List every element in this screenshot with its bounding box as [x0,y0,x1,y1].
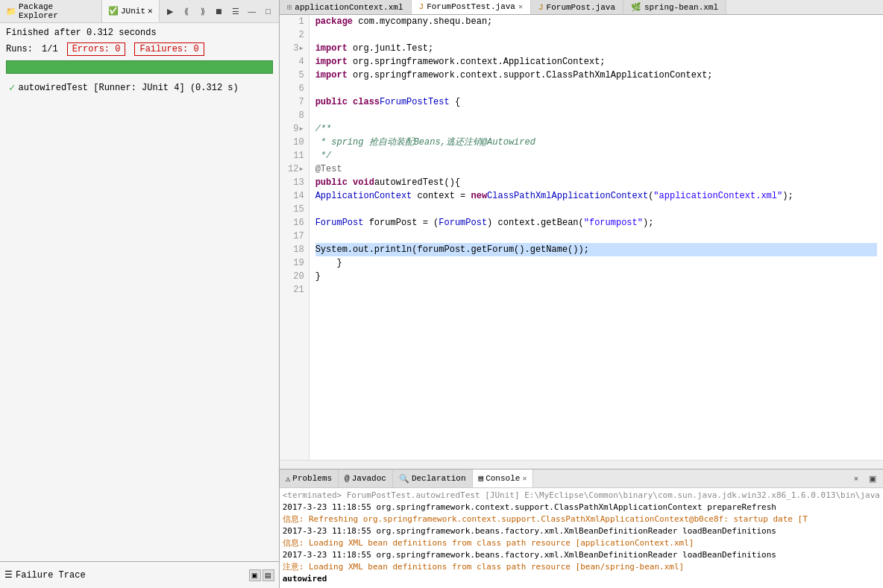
code-line-4: import org.springframework.context.Appli… [315,55,877,69]
spring-icon: 🌿 [631,2,641,12]
toolbar-btn-4[interactable]: ⏹ [212,4,227,19]
progress-bar [6,60,273,74]
code-line-6 [315,82,877,95]
code-editor[interactable]: 1 2 3▸ 4 5 6 7 8 9▸ 10 11 12▸ 13 14 [280,15,883,469]
tab-spring-bean[interactable]: 🌿 spring-bean.xml [623,0,726,14]
editor-tabs: ⊞ applicationContext.xml J ForumPostTest… [280,0,883,15]
tab-label-forumpost: ForumPost.java [547,3,615,12]
ln-13: 13 [284,176,304,189]
tab-problems-label: Problems [292,474,332,483]
left-spacer [0,100,279,561]
code-line-15 [315,203,877,216]
tab-javadoc[interactable]: @ Javadoc [339,470,393,487]
ln-5: 5 [284,69,304,82]
test-result-item: ✓ autowiredTest [Runner: JUnit 4] (0.312… [6,80,273,95]
ln-10: 10 [284,136,304,149]
ln-4: 4 [284,55,304,69]
console-line-5: 2017-3-23 11:18:55 org.springframework.b… [283,549,880,561]
ln-7: 7 [284,95,304,109]
code-content: 1 2 3▸ 4 5 6 7 8 9▸ 10 11 12▸ 13 14 [280,15,883,460]
code-line-12: @Test [315,162,877,176]
maximize-btn[interactable]: □ [261,4,276,19]
tab-package-explorer[interactable]: 📁 Package Explorer [0,0,102,22]
toolbar-btn-1[interactable]: ▶ [163,4,177,19]
code-line-13: public void autowiredTest(){ [315,176,877,189]
toolbar-btn-3[interactable]: ⟫ [195,4,210,19]
java-icon-1: J [419,2,424,11]
code-line-21 [315,283,877,297]
problems-icon: ⚠ [286,474,291,484]
trace-icon-btn-1[interactable]: ▣ [249,569,261,581]
tab-declaration-label: Declaration [412,474,466,483]
tab-console-label: Console [486,474,520,483]
ln-19: 19 [284,256,304,270]
code-line-3: import org.junit.Test; [315,42,877,55]
ln-8: 8 [284,109,304,122]
tab-console[interactable]: ▤ Console ✕ [473,470,534,487]
console-output-line: autowired [283,573,880,585]
errors-label: Errors: [72,44,110,54]
ln-6: 6 [284,82,304,95]
failure-trace-menu-icon: ☰ [4,569,13,581]
console-toolbar-btn-1[interactable]: × [849,471,864,486]
console-toolbar-btn-2[interactable]: ▣ [865,471,880,486]
horizontal-scrollbar[interactable] [280,460,883,469]
code-line-19: } [315,256,877,270]
ln-9: 9▸ [284,122,304,136]
code-line-9: /** [315,122,877,136]
junit-tab-close[interactable]: ✕ [148,6,153,16]
toolbar-btn-5[interactable]: ☰ [228,4,243,19]
junit-status: Finished after 0.312 seconds [6,28,273,38]
xml-icon-1: ⊞ [287,2,292,12]
ln-12: 12▸ [284,162,304,176]
runs-label: Runs: [6,44,33,54]
code-line-8 [315,109,877,122]
ln-1: 1 [284,15,304,28]
code-line-17 [315,230,877,243]
tab-forum-post-test[interactable]: J ForumPostTest.java ✕ [412,0,531,14]
bottom-panel: ⚠ Problems @ Javadoc 🔍 Declaration ▤ Con… [280,469,883,588]
code-line-7: public class ForumPostTest { [315,95,877,109]
console-icon: ▤ [479,473,484,483]
java-icon-2: J [538,3,544,12]
test-pass-icon: ✓ [9,81,15,94]
declaration-icon: 🔍 [399,474,409,484]
tab-forum-post[interactable]: J ForumPost.java [531,0,623,14]
failure-trace-label: Failure Trace [16,570,86,581]
ln-14: 14 [284,189,304,203]
right-panel: ⊞ applicationContext.xml J ForumPostTest… [280,0,883,588]
console-line-6: 注意: Loading XML bean definitions from cl… [283,561,880,573]
tab-close-forumposttest[interactable]: ✕ [518,2,523,11]
tab-application-context[interactable]: ⊞ applicationContext.xml [280,0,412,14]
code-line-1: package com.mycompany.shequ.bean; [315,15,877,28]
bottom-tabs: ⚠ Problems @ Javadoc 🔍 Declaration ▤ Con… [280,470,883,488]
ln-2: 2 [284,28,304,42]
errors-value: 0 [115,44,120,54]
trace-icon-btn-2[interactable]: ▤ [263,569,274,581]
code-lines: package com.mycompany.shequ.bean; import… [309,15,883,460]
failure-trace-icons: ▣ ▤ [249,569,274,581]
minimize-btn[interactable]: — [245,4,260,19]
tab-junit[interactable]: ✅ JUnit ✕ [102,0,160,22]
console-terminated-line: <terminated> ForumPostTest.autowiredTest… [283,490,880,502]
code-line-5: import org.springframework.context.suppo… [315,69,877,82]
console-area: <terminated> ForumPostTest.autowiredTest… [280,488,883,588]
junit-label: JUnit [121,7,145,16]
failures-value: 0 [193,44,198,54]
toolbar-btn-2[interactable]: ⟪ [179,4,194,19]
ln-16: 16 [284,216,304,230]
code-line-11: */ [315,149,877,162]
package-explorer-label: Package Explorer [19,2,95,20]
javadoc-icon: @ [345,474,350,483]
code-line-18: System.out.println(forumPost.getForum().… [315,243,877,256]
console-tab-close[interactable]: ✕ [522,474,527,483]
junit-runs: Runs: 1/1 Errors: 0 Failures: 0 [6,42,273,56]
tab-declaration[interactable]: 🔍 Declaration [393,470,473,487]
runs-value: 1/1 [42,44,58,54]
console-line-2: 信息: Refreshing org.springframework.conte… [283,513,880,525]
tab-label-appctx: applicationContext.xml [295,3,403,12]
test-result-label: autowiredTest [Runner: JUnit 4] (0.312 s… [18,83,238,93]
error-box: Errors: 0 [67,42,126,56]
ln-15: 15 [284,203,304,216]
tab-problems[interactable]: ⚠ Problems [280,470,339,487]
